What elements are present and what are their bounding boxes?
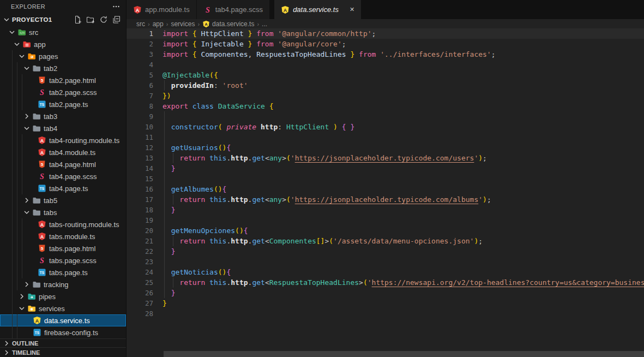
- project-section-header[interactable]: PROYECTO1: [0, 14, 126, 26]
- line-number: 18: [127, 205, 162, 215]
- code-line-17[interactable]: 17 return this.http.get<any>('https://js…: [127, 194, 644, 205]
- tree-item-tracking[interactable]: tracking: [0, 278, 126, 290]
- tree-item-pipes[interactable]: pipes: [0, 290, 126, 302]
- code-line-16[interactable]: 16 getAlbumes(){: [127, 184, 644, 194]
- code-line-18[interactable]: 18 }: [127, 205, 644, 215]
- tree-item-tabs.module.ts[interactable]: Atabs.module.ts: [0, 230, 126, 242]
- svg-text:A: A: [40, 222, 44, 228]
- code-line-12[interactable]: 12 getUsuarios(){: [127, 142, 644, 153]
- tree-item-tab5[interactable]: tab5: [0, 194, 126, 206]
- tree-item-tabs-routing.module.ts[interactable]: Atabs-routing.module.ts: [0, 218, 126, 230]
- code-line-9[interactable]: 9: [127, 111, 644, 122]
- tree-item-tab4.page.html[interactable]: 5tab4.page.html: [0, 158, 126, 170]
- tab-data.service.ts[interactable]: Adata.service.ts✕: [274, 0, 361, 19]
- tree-item-tab4.page.ts[interactable]: TStab4.page.ts: [0, 182, 126, 194]
- code-line-15[interactable]: 15: [127, 174, 644, 184]
- code-line-11[interactable]: 11: [127, 132, 644, 142]
- breadcrumb-separator: ›: [165, 21, 170, 27]
- code-line-19[interactable]: 19: [127, 215, 644, 225]
- tree-item-data.service.ts[interactable]: Adata.service.ts: [0, 314, 126, 326]
- chevron-down-icon: [13, 40, 21, 49]
- line-number: 26: [127, 288, 162, 298]
- code-line-22[interactable]: 22 }: [127, 246, 644, 257]
- ng-module-icon: A: [133, 5, 142, 14]
- ng-module-icon: A: [38, 136, 46, 145]
- explorer-more-actions-icon[interactable]: [112, 2, 121, 11]
- timeline-section-header[interactable]: TIMELINE: [0, 347, 126, 357]
- tree-item-tab2.page.scss[interactable]: Stab2.page.scss: [0, 86, 126, 98]
- code-line-6[interactable]: 6 providedIn: 'root': [127, 80, 644, 91]
- code-line-1[interactable]: 1import { HttpClient } from '@angular/co…: [127, 28, 644, 39]
- tree-item-tabs[interactable]: tabs: [0, 206, 126, 218]
- tree-item-firebase-config.ts[interactable]: TSfirebase-config.ts: [0, 326, 126, 338]
- tree-item-label: tab4-routing.module.ts: [49, 136, 119, 145]
- line-number: 19: [127, 215, 162, 225]
- code-line-4[interactable]: 4: [127, 59, 644, 70]
- breadcrumb-label: ...: [262, 20, 267, 28]
- svg-text:A: A: [35, 318, 39, 324]
- breadcrumb-item-services[interactable]: services: [171, 20, 195, 28]
- tab-tab4.page.scss[interactable]: Stab4.page.scss: [197, 0, 269, 19]
- code-text: getMenuOpciones(){: [162, 225, 248, 236]
- breadcrumb-item-data.service.ts[interactable]: Adata.service.ts: [202, 20, 254, 28]
- code-line-14[interactable]: 14 }: [127, 163, 644, 174]
- breadcrumb-item-src[interactable]: src: [136, 20, 145, 28]
- code-line-27[interactable]: 27}: [127, 298, 644, 308]
- line-number: 28: [127, 308, 162, 319]
- code-line-21[interactable]: 21 return this.http.get<Componentes[]>('…: [127, 236, 644, 246]
- close-icon[interactable]: ✕: [350, 6, 354, 13]
- code-line-3[interactable]: 3import { Componentes, RespuestaTopHeadL…: [127, 49, 644, 59]
- code-line-5[interactable]: 5@Injectable({: [127, 70, 644, 80]
- tree-item-src[interactable]: </>src: [0, 26, 126, 38]
- code-line-24[interactable]: 24 getNoticias(){: [127, 267, 644, 277]
- tree-item-app[interactable]: app: [0, 38, 126, 50]
- svg-text:✱: ✱: [31, 307, 34, 311]
- tree-item-tab4.page.scss[interactable]: Stab4.page.scss: [0, 170, 126, 182]
- new-folder-icon[interactable]: [86, 15, 95, 25]
- svg-text:A: A: [40, 234, 44, 240]
- code-line-2[interactable]: 2import { Injectable } from '@angular/co…: [127, 39, 644, 49]
- ng-service-icon: A: [33, 316, 41, 325]
- chevron-right-icon: [22, 280, 31, 289]
- svg-text:5: 5: [41, 78, 44, 83]
- outline-section-label: OUTLINE: [12, 340, 38, 347]
- tree-item-label: tab4.page.ts: [49, 185, 88, 193]
- svg-text:S: S: [40, 88, 44, 97]
- code-line-8[interactable]: 8export class DataService {: [127, 101, 644, 111]
- code-text: @Injectable({: [162, 70, 218, 80]
- code-line-13[interactable]: 13 return this.http.get<any>('https://js…: [127, 153, 644, 163]
- code-text: }: [162, 246, 175, 257]
- tree-item-tabs.page.scss[interactable]: Stabs.page.scss: [0, 254, 126, 266]
- code-line-25[interactable]: 25 return this.http.get<RespuestaTopHead…: [127, 277, 644, 288]
- breadcrumb-item-app[interactable]: app: [153, 20, 164, 28]
- tree-item-pages[interactable]: pages: [0, 50, 126, 62]
- code-line-23[interactable]: 23: [127, 257, 644, 267]
- tree-item-tab3[interactable]: tab3: [0, 110, 126, 122]
- code-text: }: [162, 288, 175, 298]
- tree-item-tab4[interactable]: tab4: [0, 122, 126, 134]
- code-line-10[interactable]: 10 constructor( private http: HttpClient…: [127, 122, 644, 132]
- tree-item-tab4-routing.module.ts[interactable]: Atab4-routing.module.ts: [0, 134, 126, 146]
- tree-item-tab2[interactable]: tab2: [0, 62, 126, 74]
- tree-item-services[interactable]: ✱services: [0, 302, 126, 314]
- code-text: }): [162, 91, 171, 101]
- tree-item-tab4.module.ts[interactable]: Atab4.module.ts: [0, 146, 126, 158]
- tree-item-tab2.page.html[interactable]: 5tab2.page.html: [0, 74, 126, 86]
- code-line-26[interactable]: 26 }: [127, 288, 644, 298]
- horizontal-scrollbar[interactable]: [164, 351, 644, 357]
- new-file-icon[interactable]: [73, 15, 82, 25]
- code-line-7[interactable]: 7}): [127, 91, 644, 101]
- collapse-all-icon[interactable]: [112, 15, 122, 25]
- outline-section-header[interactable]: OUTLINE: [0, 338, 126, 347]
- tree-item-tab2.page.ts[interactable]: TStab2.page.ts: [0, 98, 126, 110]
- tab-app.module.ts[interactable]: Aapp.module.ts: [127, 0, 196, 19]
- code-line-20[interactable]: 20 getMenuOpciones(){: [127, 225, 644, 236]
- code-editor[interactable]: 1import { HttpClient } from '@angular/co…: [127, 28, 644, 357]
- tree-item-tabs.page.ts[interactable]: TStabs.page.ts: [0, 266, 126, 278]
- svg-text:TS: TS: [35, 331, 40, 335]
- breadcrumb-item-...[interactable]: ...: [262, 20, 267, 28]
- tree-item-tabs.page.html[interactable]: 5tabs.page.html: [0, 242, 126, 254]
- code-line-28[interactable]: 28: [127, 308, 644, 319]
- folder-app-icon: [22, 40, 31, 49]
- refresh-icon[interactable]: [99, 15, 109, 25]
